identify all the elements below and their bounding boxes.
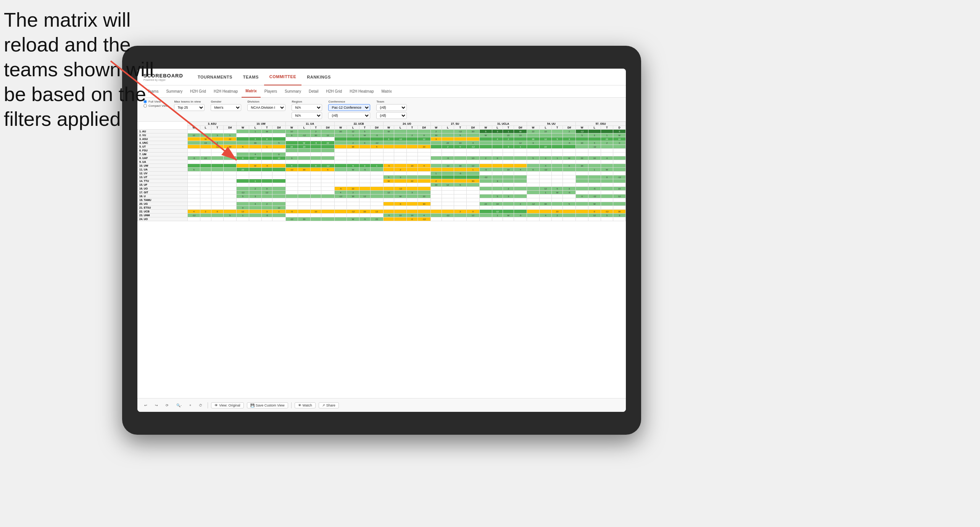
matrix-cell [370,153,383,156]
nav-committee[interactable]: COMMITTEE [264,69,302,85]
matrix-cell [613,145,626,149]
zoom-out-btn[interactable]: 🔍- [174,403,184,408]
matrix-cell [261,133,272,137]
matrix-cell [261,141,272,145]
matrix-cell: 4 [539,164,552,168]
division-select[interactable]: NCAA Division I NCAA Division II [247,104,285,111]
matrix-cell [261,175,272,179]
refresh-btn[interactable]: ⟳ [163,403,171,408]
matrix-cell [480,194,492,198]
max-teams-select[interactable]: Top 25 Top 50 [174,104,205,111]
matrix-cell: 4 [588,141,601,145]
matrix-cell [237,187,249,191]
matrix-cell [563,198,576,202]
matrix-cell [249,133,262,137]
matrix-cell [588,160,601,164]
subnav-h2hheatmap2[interactable]: H2H Heatmap [346,85,377,98]
matrix-cell [359,175,370,179]
matrix-cell: 22 [576,156,588,160]
matrix-cell: 2 [200,210,211,214]
matrix-cell: 30 [334,130,347,133]
subnav-summary2[interactable]: Summary [281,85,305,98]
region-select[interactable]: N/A [292,104,322,111]
matrix-cell [417,160,430,164]
subnav-h2hheatmap1[interactable]: H2H Heatmap [210,85,242,98]
matrix-cell [298,156,311,160]
gender-select[interactable]: Men's Women's [211,104,241,111]
matrix-cell [347,172,359,175]
col-uw: 10. UW [237,122,285,126]
matrix-cell [334,179,347,183]
matrix-cell [601,160,613,164]
matrix-cell [588,191,601,194]
matrix-content[interactable]: 3. ASU 10. UW 11. UA 22. UCB 24. UO 27. … [137,122,626,402]
subnav-matrix1[interactable]: Matrix [242,85,260,98]
matrix-cell: 5 [237,194,249,198]
matrix-cell [359,137,370,141]
matrix-cell: 0 [576,194,588,198]
watch-btn[interactable]: 👁 Watch [295,402,316,408]
matrix-cell [417,156,430,160]
matrix-cell: 0 [261,137,272,141]
matrix-cell [417,153,430,156]
matrix-cell [480,149,492,153]
conference-select2[interactable]: (All) [328,112,370,119]
matrix-cell [310,198,321,202]
matrix-cell [527,183,540,187]
matrix-cell: -5 [334,187,347,191]
matrix-cell [492,191,503,194]
matrix-cell [272,137,285,141]
matrix-cell [383,198,394,202]
matrix-cell [552,141,563,145]
matrix-cell [430,214,442,217]
matrix-cell: 1 [539,191,552,194]
matrix-cell [211,164,224,168]
bottom-toolbar: ↩ ↪ ⟳ 🔍- + ⏱ 👁 View: Original 💾 Save Cus… [137,398,626,412]
subnav-players[interactable]: Players [261,85,281,98]
matrix-cell: 3 [394,175,407,179]
subnav-detail[interactable]: Detail [305,85,322,98]
matrix-cell [503,210,514,214]
matrix-cell [321,175,334,179]
matrix-cell [211,153,224,156]
matrix-cell: -5 [188,156,200,160]
region-select2[interactable]: N/A [292,112,322,119]
matrix-cell [466,194,479,198]
matrix-cell [527,164,540,168]
view-original-label: View: Original [219,403,240,407]
subnav-h2hgrid2[interactable]: H2H Grid [322,85,346,98]
matrix-cell [347,214,359,217]
share-btn[interactable]: ↗ Share [319,402,339,408]
matrix-cell: 4 [285,164,298,168]
matrix-cell: 3 [430,137,442,141]
matrix-cell [442,210,454,214]
clock-btn[interactable]: ⏱ [197,403,205,408]
matrix-cell [383,145,394,149]
subnav-h2hgrid1[interactable]: H2H Grid [186,85,210,98]
matrix-cell: 0 [563,164,576,168]
view-original-btn[interactable]: 👁 View: Original [211,402,243,408]
matrix-cell: 5 [601,214,613,217]
subnav-matrix2[interactable]: Matrix [378,85,396,98]
matrix-cell: 12 [442,183,454,187]
matrix-cell [224,217,237,221]
matrix-cell [224,198,237,202]
nav-rankings[interactable]: RANKINGS [301,69,336,85]
team-select[interactable]: (All) [376,104,407,111]
nav-teams[interactable]: TEAMS [238,69,264,85]
matrix-cell: 5 [321,168,334,172]
zoom-in-btn[interactable]: + [187,403,193,408]
matrix-cell [552,202,563,206]
save-custom-btn[interactable]: 💾 Save Custom View [247,402,288,408]
matrix-cell [563,217,576,221]
matrix-cell: 2 [347,191,359,194]
matrix-cell [334,156,347,160]
conference-select[interactable]: Pac-12 Conference [328,104,370,111]
nav-tournaments[interactable]: TOURNAMENTS [192,69,238,85]
matrix-cell [430,156,442,160]
matrix-cell [211,179,224,183]
redo-btn[interactable]: ↪ [153,403,160,408]
team-select2[interactable]: (All) [376,112,407,119]
matrix-cell [430,145,442,149]
undo-btn[interactable]: ↩ [142,403,150,408]
